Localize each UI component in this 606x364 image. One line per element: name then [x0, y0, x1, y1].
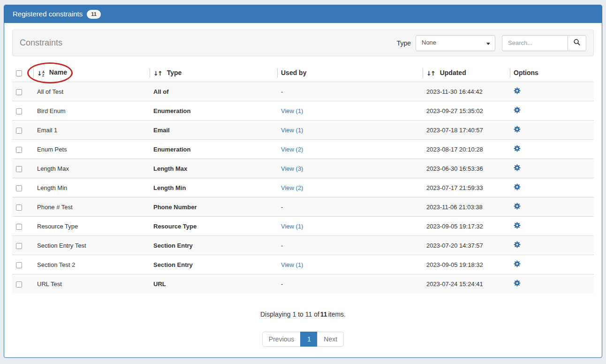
row-name: Section Test 2	[33, 255, 150, 274]
options-button[interactable]	[514, 222, 521, 229]
row-options	[510, 236, 594, 255]
column-header-type[interactable]: ↓↑ Type	[150, 64, 277, 82]
table-row: Length Min Length Min View (2) 2023-07-1…	[12, 178, 594, 197]
options-button[interactable]	[514, 241, 521, 248]
type-select[interactable]: None	[416, 35, 495, 51]
options-button[interactable]	[514, 164, 521, 171]
row-checkbox[interactable]	[16, 147, 22, 153]
row-options	[510, 82, 594, 101]
sort-icon: ↓↑	[426, 70, 435, 77]
row-updated: 2023-07-24 15:24:41	[423, 274, 510, 294]
gear-icon	[514, 281, 521, 288]
search-icon	[573, 38, 581, 47]
row-name: Enum Pets	[33, 140, 150, 159]
row-name: All of Test	[33, 82, 150, 101]
row-name: URL Test	[33, 274, 150, 294]
view-used-by-link[interactable]: View (1)	[281, 261, 303, 268]
row-checkbox-cell	[12, 82, 33, 101]
table-row: Section Entry Test Section Entry - 2023-…	[12, 236, 594, 255]
row-used-by: -	[277, 82, 423, 101]
table-row: Bird Enum Enumeration View (1) 2023-09-2…	[12, 101, 594, 121]
gear-icon	[514, 223, 521, 230]
row-options	[510, 274, 594, 294]
column-header-updated[interactable]: ↓↑ Updated	[423, 64, 510, 82]
view-used-by-link[interactable]: View (2)	[281, 184, 303, 191]
row-updated: 2023-09-05 19:18:32	[423, 255, 510, 274]
row-checkbox-cell	[12, 255, 33, 274]
search-button[interactable]	[568, 35, 586, 51]
column-label-name: Name	[49, 68, 67, 76]
options-button[interactable]	[514, 106, 521, 114]
options-button[interactable]	[514, 145, 521, 152]
row-name: Length Min	[33, 178, 150, 197]
row-type: Length Min	[150, 178, 277, 197]
gear-icon	[514, 108, 521, 115]
row-checkbox-cell	[12, 197, 33, 217]
search-input[interactable]	[502, 35, 568, 51]
row-checkbox[interactable]	[16, 166, 22, 172]
row-checkbox[interactable]	[16, 185, 22, 191]
view-used-by-link[interactable]: View (1)	[281, 107, 303, 114]
row-type: Section Entry	[150, 255, 277, 274]
column-label-options: Options	[514, 69, 538, 76]
sort-icon: ↓↑	[153, 70, 162, 77]
options-button[interactable]	[514, 87, 521, 94]
gear-icon	[514, 146, 521, 153]
gear-icon	[514, 166, 521, 173]
table-row: Enum Pets Enumeration View (2) 2023-08-1…	[12, 140, 594, 159]
row-used-by: -	[277, 274, 423, 294]
row-checkbox[interactable]	[16, 262, 22, 268]
table-toolbar: Constraints Type None	[12, 30, 594, 56]
row-type: Email	[150, 121, 277, 140]
pagination-previous[interactable]: Previous	[262, 332, 301, 347]
options-button[interactable]	[514, 203, 521, 210]
toolbar-title: Constraints	[20, 38, 62, 48]
row-checkbox[interactable]	[16, 108, 22, 114]
constraints-panel: Registered constraints 11 Constraints Ty…	[4, 5, 602, 358]
row-options	[510, 159, 594, 178]
row-checkbox[interactable]	[16, 89, 22, 95]
pagination: Previous 1 Next	[262, 332, 344, 347]
row-checkbox-cell	[12, 217, 33, 236]
pagination-page-1[interactable]: 1	[301, 332, 318, 347]
table-row: URL Test URL - 2023-07-24 15:24:41	[12, 274, 594, 294]
row-checkbox-cell	[12, 178, 33, 197]
row-checkbox[interactable]	[16, 205, 22, 211]
header-select-all-cell	[12, 64, 33, 82]
row-type: Enumeration	[150, 101, 277, 121]
row-used-by: View (2)	[277, 140, 423, 159]
row-updated: 2023-07-18 17:40:57	[423, 121, 510, 140]
select-all-checkbox[interactable]	[16, 70, 22, 76]
sort-alpha-asc-icon: ↓ A Z	[37, 70, 45, 77]
paging-summary: Displaying 1 to 11 of11items.	[12, 311, 594, 318]
options-button[interactable]	[514, 280, 521, 287]
pagination-next[interactable]: Next	[318, 332, 344, 347]
row-checkbox-cell	[12, 274, 33, 294]
row-checkbox[interactable]	[16, 281, 22, 288]
row-used-by: View (3)	[277, 159, 423, 178]
view-used-by-link[interactable]: View (2)	[281, 146, 303, 153]
row-type: Resource Type	[150, 217, 277, 236]
gear-icon	[514, 127, 521, 134]
table-row: Email 1 Email View (1) 2023-07-18 17:40:…	[12, 121, 594, 140]
options-button[interactable]	[514, 183, 521, 190]
row-checkbox[interactable]	[16, 243, 22, 249]
row-checkbox[interactable]	[16, 128, 22, 134]
view-used-by-link[interactable]: View (3)	[281, 165, 303, 172]
row-checkbox-cell	[12, 121, 33, 140]
gear-icon	[514, 185, 521, 192]
row-checkbox-cell	[12, 101, 33, 121]
chevron-down-icon	[486, 43, 490, 45]
row-updated: 2023-06-30 16:53:36	[423, 159, 510, 178]
column-label-type: Type	[167, 69, 182, 76]
options-button[interactable]	[514, 260, 521, 267]
row-checkbox[interactable]	[16, 224, 22, 230]
row-updated: 2023-09-27 15:35:02	[423, 101, 510, 121]
view-used-by-link[interactable]: View (1)	[281, 127, 303, 134]
column-header-name[interactable]: ↓ A Z Name	[33, 64, 150, 82]
count-badge: 11	[87, 10, 101, 19]
row-options	[510, 197, 594, 217]
view-used-by-link[interactable]: View (1)	[281, 223, 303, 230]
options-button[interactable]	[514, 126, 521, 133]
row-checkbox-cell	[12, 159, 33, 178]
